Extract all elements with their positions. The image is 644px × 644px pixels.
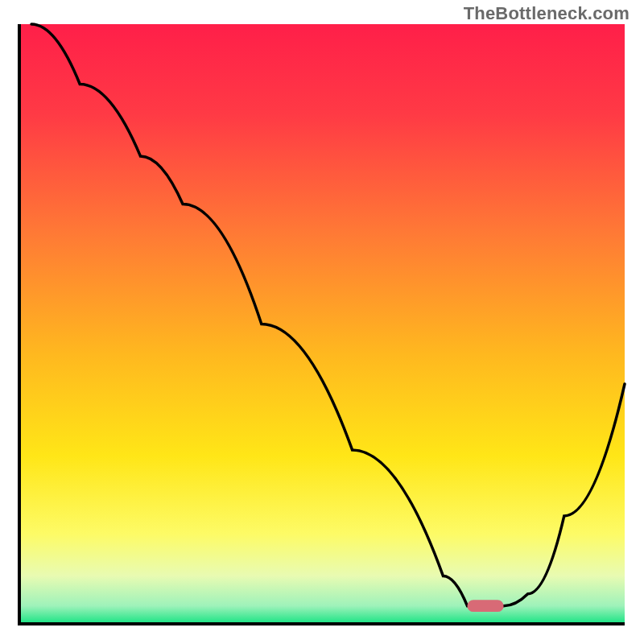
optimal-marker bbox=[467, 600, 503, 612]
chart-background bbox=[19, 24, 625, 624]
watermark-text: TheBottleneck.com bbox=[464, 3, 630, 24]
plot-area bbox=[19, 24, 625, 624]
bottleneck-chart: TheBottleneck.com bbox=[0, 0, 644, 644]
chart-svg bbox=[0, 0, 644, 644]
